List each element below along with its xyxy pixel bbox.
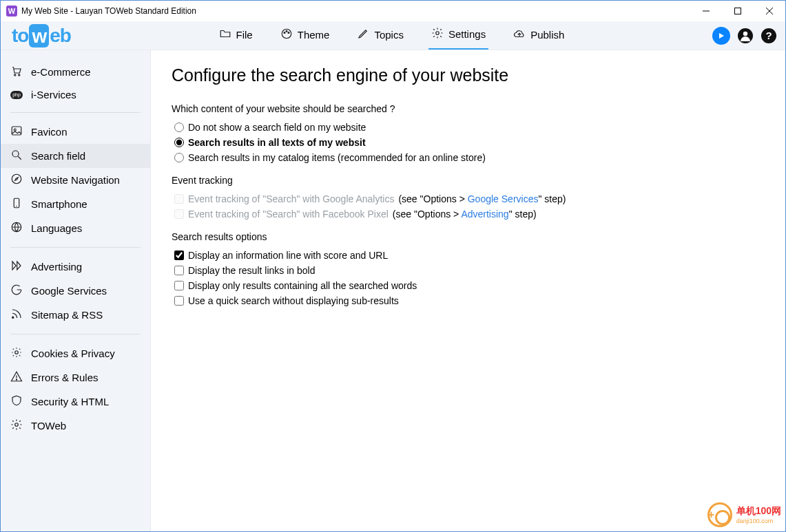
sidebar-item-advertising[interactable]: Advertising [1, 255, 150, 279]
tab-publish[interactable]: Publish [510, 21, 567, 50]
sidebar-item-iservices[interactable]: php i-Services [1, 84, 150, 105]
sidebar-item-label: Search field [31, 150, 85, 162]
sidebar-item-google[interactable]: Google Services [1, 279, 150, 303]
sidebar-item-navigation[interactable]: Website Navigation [1, 168, 150, 192]
checkbox-label: Use a quick search without displaying su… [188, 295, 399, 306]
radio-input[interactable] [174, 138, 184, 147]
radio-label: Search results in my catalog items (reco… [188, 152, 486, 163]
window-title: My Web Site - Lauyan TOWeb Standard Edit… [21, 6, 690, 16]
gear-icon [10, 418, 23, 433]
app-icon: W [6, 6, 17, 17]
preview-button[interactable] [712, 27, 730, 45]
check-bold-links[interactable]: Display the result links in bold [172, 263, 765, 278]
watermark-line1: 单机100网 [736, 505, 781, 516]
checkbox-input[interactable] [174, 251, 184, 260]
svg-point-7 [288, 32, 289, 34]
svg-text:?: ? [765, 30, 772, 41]
close-button[interactable] [754, 1, 785, 21]
sidebar-item-security[interactable]: Security & HTML [1, 390, 150, 414]
link-google-services[interactable]: Google Services [468, 193, 539, 204]
tab-theme-label: Theme [298, 29, 330, 41]
phone-icon [10, 197, 23, 211]
svg-point-25 [12, 317, 14, 318]
pencil-icon [357, 28, 369, 42]
section-label-event-tracking: Event tracking [172, 175, 765, 186]
image-icon [10, 125, 23, 139]
check-fb-tracking: Event tracking of "Search" with Facebook… [172, 206, 765, 222]
svg-point-11 [743, 31, 747, 35]
sidebar-item-favicon[interactable]: Favicon [1, 120, 150, 144]
sidebar-item-sitemap[interactable]: Sitemap & RSS [1, 303, 150, 327]
sidebar-item-label: Sitemap & RSS [31, 309, 103, 321]
sidebar-item-label: Security & HTML [31, 396, 109, 407]
top-toolbar: to w eb File Theme Topics Settings Publi… [1, 21, 785, 50]
checkbox-input[interactable] [174, 296, 184, 306]
checkbox-label: Event tracking of "Search" with Google A… [188, 193, 394, 204]
radio-catalog[interactable]: Search results in my catalog items (reco… [172, 150, 765, 165]
tab-theme[interactable]: Theme [278, 21, 333, 50]
svg-point-5 [284, 32, 285, 34]
check-info-line[interactable]: Display an information line with score a… [172, 248, 765, 263]
check-quick-search[interactable]: Use a quick search without displaying su… [172, 293, 765, 308]
sidebar-item-search-field[interactable]: Search field [1, 144, 150, 168]
cookie-icon [10, 346, 23, 361]
account-button[interactable] [737, 28, 754, 44]
sidebar-item-cookies[interactable]: Cookies & Privacy [1, 341, 150, 365]
svg-rect-1 [735, 8, 741, 14]
watermark-icon [707, 502, 732, 527]
radio-input[interactable] [174, 123, 184, 132]
hint-post: " step) [509, 209, 537, 220]
page-content: Configure the search engine of your webs… [151, 50, 785, 531]
sidebar-item-smartphone[interactable]: Smartphone [1, 192, 150, 216]
checkbox-input[interactable] [174, 266, 184, 275]
cloud-upload-icon [513, 28, 526, 42]
sidebar-item-languages[interactable]: Languages [1, 216, 150, 240]
svg-point-8 [436, 32, 439, 35]
logo-text-mid: w [29, 24, 49, 47]
google-icon [10, 284, 23, 298]
watermark: 单机100网 danji100.com [707, 502, 781, 527]
sidebar-item-label: Favicon [31, 126, 68, 138]
cart-icon [10, 65, 23, 79]
hint-pre: (see "Options > [398, 193, 467, 204]
sidebar-item-label: e-Commerce [31, 66, 91, 78]
tab-topics[interactable]: Topics [354, 21, 406, 50]
help-button[interactable]: ? [761, 28, 777, 44]
sidebar-separator [10, 334, 141, 334]
check-all-words[interactable]: Display only results containing all the … [172, 278, 765, 293]
rss-icon [10, 308, 23, 322]
svg-point-26 [15, 351, 19, 354]
tab-file[interactable]: File [216, 21, 256, 50]
radio-input[interactable] [174, 153, 184, 162]
tab-settings[interactable]: Settings [428, 21, 488, 50]
radio-all-texts[interactable]: Search results in all texts of my websit [172, 135, 765, 150]
sidebar-item-label: TOWeb [31, 420, 66, 432]
sidebar-item-ecommerce[interactable]: e-Commerce [1, 60, 150, 84]
app-logo: to w eb [12, 24, 71, 47]
window-titlebar: W My Web Site - Lauyan TOWeb Standard Ed… [1, 1, 785, 21]
svg-point-29 [15, 423, 19, 427]
tab-topics-label: Topics [374, 29, 404, 41]
checkbox-label: Event tracking of "Search" with Facebook… [188, 209, 389, 220]
hint-text: (see "Options > Google Services" step) [398, 193, 566, 204]
sidebar-item-label: Advertising [31, 261, 82, 273]
maximize-button[interactable] [722, 1, 754, 21]
radio-no-search[interactable]: Do not show a search field on my website [172, 120, 765, 135]
sidebar-item-errors[interactable]: Errors & Rules [1, 365, 150, 390]
link-advertising[interactable]: Advertising [461, 209, 508, 220]
logo-text-pre: to [12, 25, 28, 47]
checkbox-input [174, 194, 184, 204]
tab-file-label: File [236, 29, 253, 41]
svg-point-14 [14, 74, 16, 76]
sidebar-item-toweb[interactable]: TOWeb [1, 414, 150, 438]
minimize-button[interactable] [690, 1, 722, 21]
search-icon [10, 149, 23, 163]
checkbox-input [174, 209, 184, 219]
checkbox-input[interactable] [174, 281, 184, 290]
checkbox-label: Display the result links in bold [188, 265, 315, 276]
checkbox-label: Display an information line with score a… [188, 250, 388, 261]
sidebar-item-label: Languages [31, 222, 82, 234]
topbar-right: ? [712, 27, 777, 45]
page-title: Configure the search engine of your webs… [172, 65, 765, 85]
checkbox-label: Display only results containing all the … [188, 280, 417, 291]
